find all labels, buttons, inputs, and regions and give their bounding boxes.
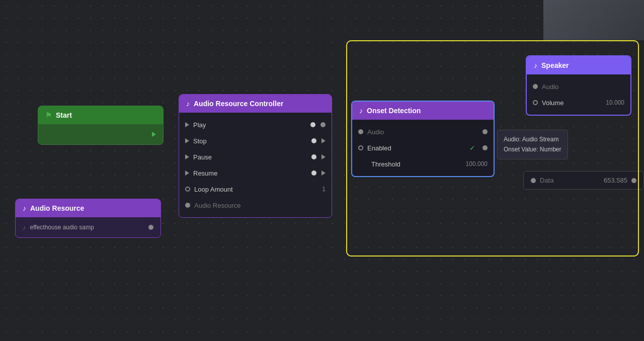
play-dot [310, 122, 315, 127]
top-right-overlay [543, 0, 644, 40]
arc-play-label: Play [193, 121, 306, 129]
audio-resource-node: ♪ Audio Resource ♪ effecthouse audio sam… [15, 199, 161, 238]
arc-music-note-icon: ♪ [186, 100, 190, 108]
onset-threshold-row: Threshold 100.000 [352, 156, 494, 172]
play-input-port [185, 122, 189, 127]
audioresource-input-port [185, 203, 190, 208]
onset-audio-input-port [358, 129, 363, 134]
onset-enabled-label: Enabled [367, 144, 465, 152]
music-note-icon: ♪ [23, 204, 26, 212]
arc-play-row: Play [179, 117, 332, 133]
start-node-header: ⚑ Start [38, 106, 163, 124]
arc-audioresource-label: Audio Resource [194, 202, 326, 209]
start-node: ⚑ Start [38, 106, 164, 145]
onset-body: Audio Enabled ✓ Threshold 100.000 [352, 120, 494, 176]
speaker-volume-label: Volume [542, 99, 602, 107]
arc-loop-row: Loop Amount 1 [179, 181, 332, 197]
onset-header: ♪ Onset Detection [352, 102, 494, 120]
arc-pause-label: Pause [193, 153, 307, 161]
data-panel-label: Data [540, 177, 553, 184]
arc-audioresource-row: Audio Resource [179, 197, 332, 213]
loop-input-port [185, 187, 190, 192]
stop-output-port [321, 138, 326, 143]
onset-enabled-row: Enabled ✓ [352, 140, 494, 156]
speaker-audio-row: Audio [527, 78, 630, 95]
speaker-volume-value: 10.000 [606, 99, 624, 106]
audio-resource-file: effecthouse audio samp [30, 224, 94, 231]
stop-input-port [185, 138, 189, 143]
resume-dot [311, 170, 316, 176]
arc-resume-row: Resume [179, 165, 332, 181]
speaker-volume-row: Volume 10.000 [527, 95, 630, 111]
speaker-music-note-icon: ♪ [534, 61, 537, 69]
speaker-node: ♪ Speaker Audio Volume 10.000 [526, 55, 631, 116]
info-panel-line1: Audio: Audio Stream [504, 134, 561, 144]
arc-title: Audio Resource Controller [194, 100, 283, 108]
speaker-audio-port [533, 84, 538, 89]
speaker-volume-port [533, 100, 538, 105]
onset-threshold-label: Threshold [371, 160, 462, 168]
resume-output-port [321, 170, 326, 176]
start-node-title: Start [56, 111, 72, 119]
onset-title: Onset Detection [367, 107, 421, 115]
arc-loop-value: 1 [322, 186, 326, 193]
onset-threshold-value: 100.000 [466, 160, 488, 167]
data-panel-output-port [631, 178, 636, 183]
play-output-port [320, 122, 326, 127]
onset-audio-output-port [482, 129, 488, 134]
onset-enabled-input-port [358, 145, 363, 150]
start-node-body [38, 124, 163, 144]
data-panel-input-port [531, 178, 536, 183]
onset-enabled-output-port [482, 145, 488, 150]
pause-input-port [185, 154, 189, 159]
stop-dot [311, 138, 316, 143]
info-panel: Audio: Audio Stream Onset Value: Number [497, 130, 568, 159]
arc-header: ♪ Audio Resource Controller [179, 95, 332, 113]
onset-audio-row: Audio [352, 124, 494, 140]
info-panel-line2: Onset Value: Number [504, 144, 561, 154]
resume-input-port [185, 170, 189, 176]
arc-stop-label: Stop [193, 137, 307, 145]
audio-resource-title: Audio Resource [30, 204, 84, 212]
speaker-body: Audio Volume 10.000 [527, 74, 630, 115]
arc-pause-row: Pause [179, 149, 332, 165]
connections-svg [0, 0, 151, 75]
arc-body: Play Stop Pause Resume Loop Amou [179, 113, 332, 217]
speaker-audio-label: Audio [542, 83, 624, 91]
audio-resource-header: ♪ Audio Resource [16, 199, 160, 217]
audio-resource-body: ♪ effecthouse audio samp [16, 217, 160, 237]
onset-node: ♪ Onset Detection Audio Enabled ✓ Thresh… [351, 101, 495, 177]
data-panel-value: 653.585 [604, 177, 627, 184]
arc-resume-label: Resume [193, 169, 307, 177]
start-output-port [152, 132, 156, 137]
pause-dot [311, 154, 316, 159]
data-panel: Data 653.585 [523, 171, 644, 190]
pause-output-port [321, 154, 326, 159]
speaker-header: ♪ Speaker [527, 56, 630, 74]
onset-enabled-check: ✓ [469, 144, 475, 152]
flag-icon: ⚑ [45, 111, 52, 119]
onset-audio-label: Audio [367, 128, 478, 136]
arc-stop-row: Stop [179, 133, 332, 149]
onset-music-note-icon: ♪ [359, 107, 363, 115]
audio-resource-output-port [148, 225, 153, 230]
speaker-title: Speaker [541, 61, 569, 69]
arc-loop-label: Loop Amount [194, 186, 318, 193]
arc-node: ♪ Audio Resource Controller Play Stop Pa… [179, 94, 332, 218]
